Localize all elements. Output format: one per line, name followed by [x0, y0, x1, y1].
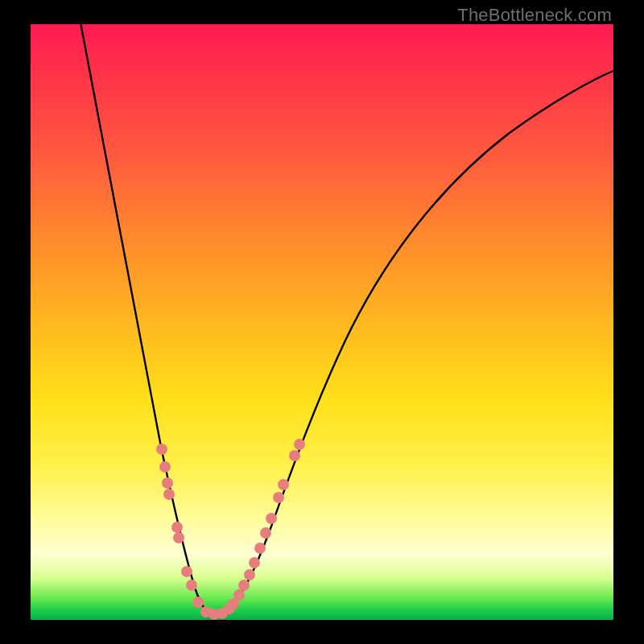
highlight-dot [186, 580, 197, 591]
highlight-dot [173, 532, 184, 543]
highlight-dot [244, 569, 255, 580]
curve-svg [31, 24, 613, 620]
highlight-dot [192, 597, 204, 608]
highlight-dot [238, 580, 250, 591]
highlight-dot [289, 450, 300, 461]
highlight-dot [278, 479, 289, 490]
plot-area [31, 24, 613, 620]
highlight-dot [273, 492, 284, 503]
highlight-dot [171, 522, 183, 533]
highlight-dots-group [156, 439, 305, 620]
highlight-dot [254, 543, 266, 554]
highlight-dot [294, 439, 305, 450]
chart-frame: TheBottleneck.com [0, 0, 644, 644]
watermark-text: TheBottleneck.com [457, 5, 612, 26]
highlight-dot [156, 444, 167, 455]
highlight-dot [266, 513, 277, 524]
highlight-dot [233, 589, 245, 601]
highlight-dot [260, 527, 271, 539]
highlight-dot [249, 557, 260, 568]
bottleneck-curve [80, 23, 613, 614]
highlight-dot [181, 566, 192, 577]
highlight-dot [162, 477, 173, 489]
highlight-dot [163, 489, 175, 500]
highlight-dot [159, 461, 171, 473]
